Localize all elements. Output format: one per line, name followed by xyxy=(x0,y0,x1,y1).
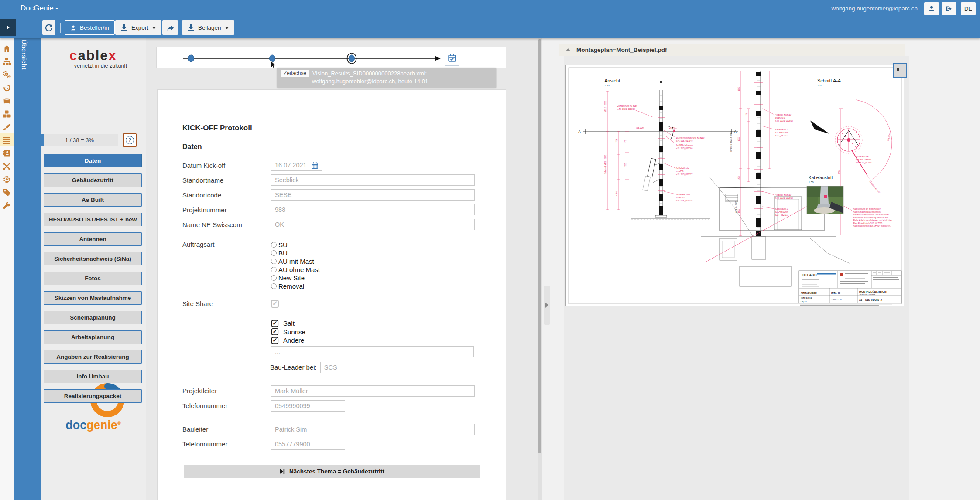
svg-text:1200: 1200 xyxy=(738,176,740,180)
radio-au-mit-mast[interactable]: AU mit Mast xyxy=(271,257,320,265)
export-button[interactable]: Export xyxy=(115,20,161,35)
svg-text:ø406.4 - 7950: ø406.4 - 7950 xyxy=(735,201,737,213)
radio-new-site[interactable]: New Site xyxy=(271,274,320,282)
auftragsart-group: SU BU AU mit Mast AU ohne Mast New Site … xyxy=(271,241,320,290)
language-button[interactable]: DE xyxy=(961,2,976,15)
timeline-dot-2[interactable] xyxy=(270,55,275,62)
bauleiter-input[interactable]: Patrick Sim xyxy=(271,424,475,435)
scrollbar-thumb[interactable] xyxy=(538,39,541,453)
pdf-viewer[interactable]: Ansicht 1:50 xyxy=(564,56,909,500)
share-button[interactable] xyxy=(162,20,178,35)
provider-salt[interactable]: Salt xyxy=(271,319,488,328)
export-label: Export xyxy=(131,24,148,31)
rail-contacts-icon[interactable] xyxy=(0,146,14,160)
standortcode-input[interactable]: SESE xyxy=(271,189,475,201)
rail-home-icon[interactable] xyxy=(0,42,14,55)
sidebar-item-daten[interactable]: Daten xyxy=(44,154,142,167)
rail-sitemap-icon[interactable] xyxy=(0,55,14,68)
bau-leader-input[interactable]: SCS xyxy=(320,362,476,373)
progress-label: 1 / 38 = 3% xyxy=(65,137,94,143)
download-icon xyxy=(120,24,128,31)
name-ne-input[interactable]: OK xyxy=(271,219,475,230)
chevron-down-icon xyxy=(225,27,229,29)
sidebar-item-realisierung[interactable]: Angaben zur Realisierung xyxy=(44,350,142,364)
tooltip-chip: Zeitachse xyxy=(281,70,309,77)
rail-modules-icon[interactable] xyxy=(0,107,14,120)
timeline[interactable] xyxy=(156,47,506,68)
bau-leader-value: SCS xyxy=(324,364,337,371)
chevron-down-icon xyxy=(152,27,156,29)
form-scrollbar[interactable] xyxy=(538,38,542,500)
rail-fullscreen-icon[interactable] xyxy=(0,160,14,173)
site-share-checkbox[interactable] xyxy=(271,300,279,308)
pdf-annotation-button[interactable] xyxy=(893,63,907,78)
timeline-calendar-button[interactable] xyxy=(445,50,459,66)
svg-text:Plan Abdeckblech S1S_017370: Plan Abdeckblech S1S_017370 xyxy=(853,222,883,224)
sidebar-item-info-umbau[interactable]: Info Umbau xyxy=(44,370,142,383)
svg-text:A: A xyxy=(578,129,581,134)
projektnummer-label: Projektnummer xyxy=(182,206,271,214)
overview-column: Übersicht xyxy=(14,17,41,500)
cablex-tagline: vernetzt in die zukunft xyxy=(41,63,146,69)
next-topic-label: Nächstes Thema = Gebäudezutritt xyxy=(289,468,384,475)
name-ne-label: Name NE Swisscom xyxy=(182,221,271,228)
standortcode-label: Standortcode xyxy=(182,191,271,199)
sidebar-item-skizzen[interactable]: Skizzen von Mastaufnahme xyxy=(44,291,142,305)
timeline-dot-1[interactable] xyxy=(188,55,194,62)
user-button[interactable] xyxy=(924,2,939,15)
sidebar-item-antennen[interactable]: Antennen xyxy=(44,232,142,246)
rail-gears-icon[interactable] xyxy=(0,68,14,81)
next-topic-button[interactable]: Nächstes Thema = Gebäudezutritt xyxy=(184,465,480,478)
rail-tag-icon[interactable] xyxy=(0,186,14,199)
svg-text:1x Antennenhalterung zu ø159: 1x Antennenhalterung zu ø159 xyxy=(676,137,705,139)
rail-brush-icon[interactable] xyxy=(0,120,14,133)
logout-button[interactable] xyxy=(942,2,956,15)
sidebar-item-as-built[interactable]: As Built xyxy=(44,193,142,207)
sidebar-toggle-button[interactable] xyxy=(0,19,16,36)
sidebar-item-arbeitsplanung[interactable]: Arbeitsplanung xyxy=(44,330,142,344)
provider-sunrise[interactable]: Sunrise xyxy=(271,328,488,337)
radio-removal[interactable]: Removal xyxy=(271,282,320,290)
besteller-button[interactable]: Besteller/in xyxy=(65,20,115,35)
radio-bu[interactable]: BU xyxy=(271,249,320,257)
collapse-pdf-handle[interactable] xyxy=(544,286,550,325)
progress-bar: 1 / 38 = 3% xyxy=(41,134,118,146)
datum-kickoff-input[interactable]: 16.07.2021 xyxy=(271,160,322,171)
svg-text:s.Pl. 1935_000898: s.Pl. 1935_000898 xyxy=(617,108,635,110)
sidebar-item-sina[interactable]: Sicherheitsnachweis (SiNa) xyxy=(44,252,142,265)
sidebar-item-gebaeudezutritt[interactable]: Gebäudezutritt xyxy=(44,173,142,187)
help-button[interactable] xyxy=(123,133,137,147)
rail-wrench-icon[interactable] xyxy=(0,199,14,212)
telefonnummer2-input[interactable]: 0557779900 xyxy=(271,439,345,450)
andere-input[interactable]: ... xyxy=(271,346,474,357)
provider-andere[interactable]: Andere xyxy=(271,336,488,345)
user-icon xyxy=(70,25,76,31)
sidebar-item-hfso[interactable]: HFSO/APSO IST/HFS IST + new xyxy=(44,213,142,226)
sidebar-item-realisierungspacket[interactable]: Realisierungspacket xyxy=(44,389,142,403)
timeline-dot-3[interactable] xyxy=(349,55,355,62)
svg-text:A3: A3 xyxy=(859,299,862,301)
besteller-label: Besteller/in xyxy=(80,24,109,31)
projektnummer-input[interactable]: 988 xyxy=(271,204,475,215)
tooltip-line1: Vision_Results_SID000000000228bearb.xml: xyxy=(312,70,427,77)
undo-button[interactable] xyxy=(42,20,55,35)
rail-protocol-list-icon[interactable] xyxy=(0,133,14,146)
rail-history-icon[interactable] xyxy=(0,81,14,94)
standortname-input[interactable]: Seeblick xyxy=(271,174,475,186)
svg-text:m ø159 - Az=45°: m ø159 - Az=45° xyxy=(856,159,871,161)
projektleiter-input[interactable]: Mark Müller xyxy=(271,385,475,397)
share-icon xyxy=(166,24,174,31)
sidebar-item-fotos[interactable]: Fotos xyxy=(44,272,142,285)
svg-text:zu ø159: zu ø159 xyxy=(676,170,684,173)
telefonnummer1-input[interactable]: 0549990099 xyxy=(271,400,345,412)
rail-settings-icon[interactable] xyxy=(0,173,14,186)
tooltip-line2: wolfgang.hugentobler@idparc.ch, heute 14… xyxy=(312,78,493,85)
docgenie-wordmark: docgenie® xyxy=(41,418,146,432)
sidebar-item-schemaplanung[interactable]: Schemaplanung xyxy=(44,311,142,324)
rail-book-icon[interactable] xyxy=(0,94,14,107)
beilagen-button[interactable]: Beilagen xyxy=(182,20,234,35)
pdf-header[interactable]: Montageplan=Mont_Beispiel.pdf xyxy=(559,44,905,56)
ansicht-view: Ansicht 1:50 xyxy=(578,78,738,220)
radio-au-ohne-mast[interactable]: AU ohne Mast xyxy=(271,265,320,274)
radio-su[interactable]: SU xyxy=(271,241,320,249)
